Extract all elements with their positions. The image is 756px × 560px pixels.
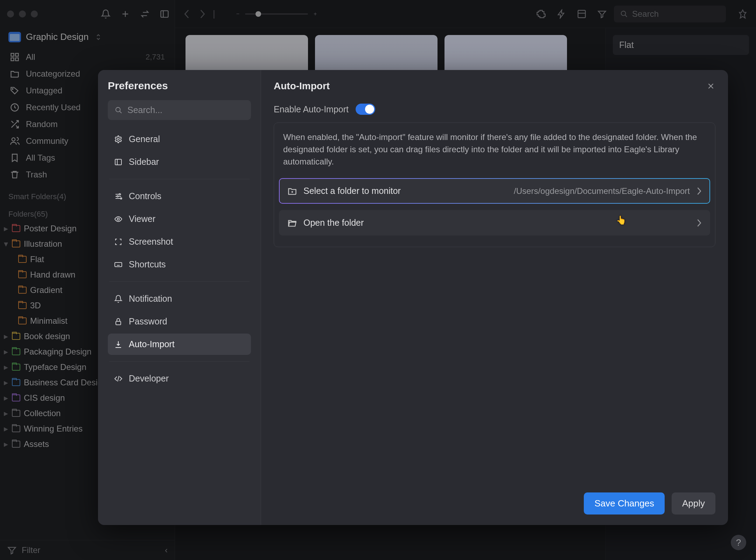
search-icon	[115, 106, 122, 114]
gear-icon	[114, 135, 122, 144]
preferences-content: Auto-Import Enable Auto-Import When enab…	[261, 70, 728, 525]
preferences-search[interactable]: Search...	[108, 100, 251, 120]
svg-rect-18	[116, 321, 121, 325]
enable-label: Enable Auto-Import	[274, 104, 349, 114]
pref-autoimport[interactable]: Auto-Import	[108, 334, 251, 355]
sidebar-icon	[114, 158, 122, 166]
pref-shortcuts[interactable]: Shortcuts	[108, 254, 251, 275]
pref-password[interactable]: Password	[108, 311, 251, 332]
help-button[interactable]: ?	[731, 535, 746, 550]
keyboard-icon	[114, 260, 122, 269]
pref-notification[interactable]: Notification	[108, 288, 251, 309]
screenshot-icon	[114, 238, 122, 246]
chevron-right-icon	[696, 187, 702, 195]
pref-screenshot[interactable]: Screenshot	[108, 231, 251, 252]
search-placeholder: Search...	[127, 105, 162, 115]
download-icon	[114, 340, 122, 349]
svg-rect-12	[115, 159, 121, 165]
svg-point-10	[116, 107, 120, 112]
pref-controls[interactable]: Controls	[108, 186, 251, 207]
selected-path: /Users/ogdesign/Documents/Eagle-Auto-Imp…	[514, 186, 690, 196]
lock-icon	[114, 317, 122, 326]
preferences-sidebar: Preferences Search... General Sidebar Co…	[98, 70, 261, 525]
sliders-icon	[114, 192, 122, 201]
preferences-title: Preferences	[108, 80, 251, 92]
pref-developer[interactable]: Developer	[108, 368, 251, 389]
description-text: When enabled, the "Auto-import" feature …	[274, 131, 715, 175]
select-folder-label: Select a folder to monitor	[303, 186, 401, 196]
svg-point-14	[117, 196, 118, 197]
cursor-icon: 👆	[616, 215, 626, 225]
folder-open-icon	[287, 218, 297, 228]
save-button[interactable]: Save Changes	[584, 492, 665, 514]
svg-point-13	[119, 194, 120, 195]
svg-point-16	[117, 218, 119, 220]
select-folder-row[interactable]: Select a folder to monitor /Users/ogdesi…	[279, 178, 710, 204]
open-folder-row[interactable]: Open the folder	[279, 210, 710, 236]
pref-viewer[interactable]: Viewer	[108, 208, 251, 230]
chevron-right-icon	[696, 219, 702, 227]
pref-general[interactable]: General	[108, 128, 251, 150]
preferences-modal: Preferences Search... General Sidebar Co…	[98, 70, 728, 525]
apply-button[interactable]: Apply	[672, 492, 715, 514]
close-button[interactable]	[706, 82, 715, 91]
eye-icon	[114, 215, 122, 223]
svg-rect-17	[115, 262, 122, 267]
enable-toggle[interactable]	[356, 104, 375, 115]
pref-sidebar[interactable]: Sidebar	[108, 151, 251, 173]
svg-point-11	[117, 138, 119, 140]
open-folder-label: Open the folder	[303, 218, 364, 228]
bell-icon	[114, 295, 122, 303]
code-icon	[114, 374, 122, 383]
folder-plus-icon	[287, 186, 297, 196]
info-box: When enabled, the "Auto-import" feature …	[274, 122, 715, 247]
content-title: Auto-Import	[274, 80, 330, 92]
